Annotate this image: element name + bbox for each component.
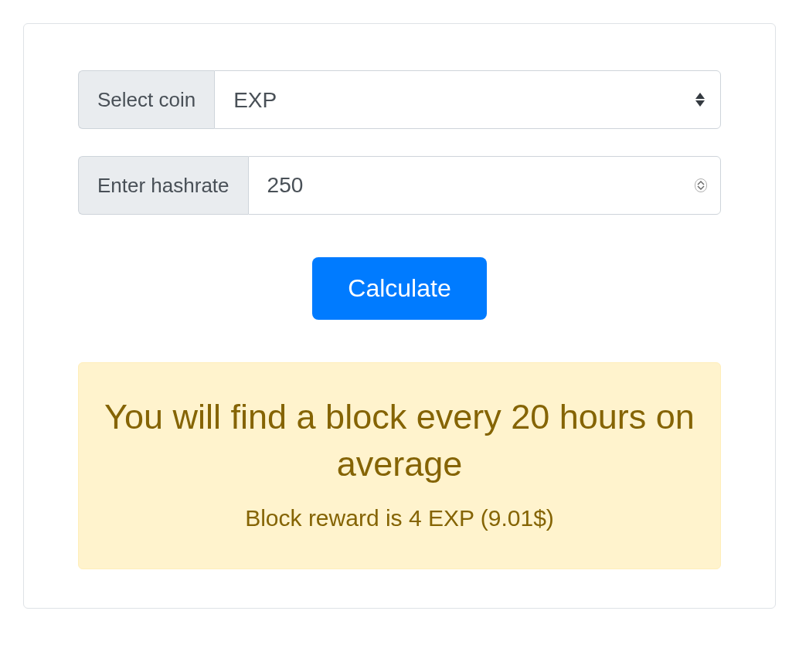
result-headline: You will find a block every 20 hours on …: [102, 394, 697, 488]
result-alert: You will find a block every 20 hours on …: [78, 362, 721, 569]
coin-input-group: Select coin EXP: [78, 70, 721, 129]
hashrate-input-wrapper: [248, 156, 721, 215]
hashrate-input-group: Enter hashrate: [78, 156, 721, 215]
result-reward: Block reward is 4 EXP (9.01$): [102, 505, 697, 531]
calculate-button[interactable]: Calculate: [312, 257, 486, 320]
coin-select[interactable]: EXP: [214, 70, 721, 129]
hashrate-label: Enter hashrate: [78, 156, 248, 215]
hashrate-input[interactable]: [248, 156, 721, 215]
coin-select-wrapper: EXP: [214, 70, 721, 129]
coin-label: Select coin: [78, 70, 214, 129]
calculator-card: Select coin EXP Enter hashrate Calculate…: [23, 23, 776, 609]
button-row: Calculate: [78, 257, 721, 320]
